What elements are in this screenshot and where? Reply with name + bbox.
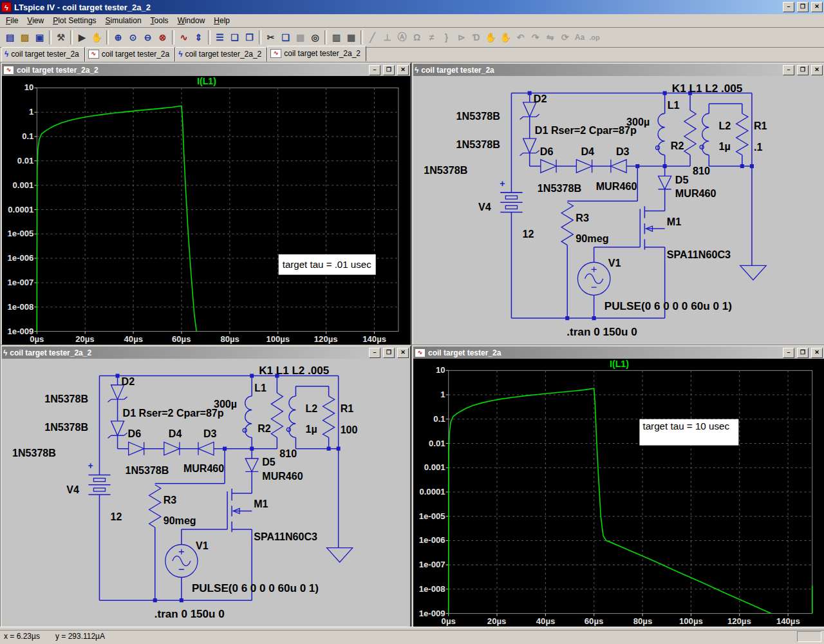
label-battery-model[interactable]: 1N5378B [12, 447, 56, 459]
label-d4[interactable]: D4 [581, 146, 594, 157]
label-v4[interactable]: V4 [478, 201, 491, 213]
label-r3-value[interactable]: 90meg [164, 515, 196, 526]
label-m1-model[interactable]: SPA11N60C3 [254, 531, 317, 542]
cascade-windows-icon[interactable]: ❏ [227, 30, 242, 44]
label-v4-value[interactable]: 12 [111, 511, 122, 522]
waveform-pane[interactable]: I(L1) 10 1 0.1 0.01 0.001 0.0001 1e-005 … [413, 359, 824, 628]
close-button[interactable]: ✕ [811, 2, 823, 12]
label-r3-value[interactable]: 90meg [576, 232, 608, 243]
tile-windows-icon[interactable]: ❐ [242, 30, 257, 44]
window-schematic-tester-2a-2[interactable]: ϟ coil target tester_2a_2 – ❐ ✕ K1 L1 L2… [1, 345, 411, 629]
label-d1-model[interactable]: 1N5378B [44, 421, 88, 433]
child-titlebar[interactable]: ∿ coil target tester_2a_2 – ❐ ✕ [2, 64, 410, 76]
window-plot-tester-2a[interactable]: ∿ coil target tester_2a – ❐ ✕ I(L1) 10 1… [412, 345, 824, 629]
plot-trace-title[interactable]: I(L1) [197, 76, 216, 86]
copy-icon[interactable]: ❑ [278, 30, 293, 44]
schematic-pane[interactable]: K1 L1 L2 .005 D2 1N5378B 300µ D1 Rser=2 … [2, 359, 410, 628]
label-r1-value[interactable]: .1 [754, 141, 762, 153]
schematic-canvas[interactable]: K1 L1 L2 .005 D2 1N5378B 300µ D1 Rser=2 … [2, 359, 410, 628]
label-d6[interactable]: D6 [540, 146, 554, 157]
window-schematic-tester-2a[interactable]: ϟ coil target tester_2a – ❐ ✕ K1 L1 L2 .… [412, 62, 824, 347]
close-button[interactable]: ✕ [397, 65, 409, 75]
minimize-button[interactable]: – [369, 348, 380, 358]
tile-horizontal-icon[interactable]: ☰ [212, 30, 227, 44]
schematic-canvas[interactable]: K1 L1 L2 .005 D2 1N5378B 300µ D1 Rser=2 … [413, 76, 824, 346]
minimize-button[interactable]: – [783, 2, 794, 12]
app-titlebar[interactable]: ϟ LTspice IV - coil target tester_2a_2 –… [0, 0, 824, 14]
autorange-icon[interactable]: ∿ [176, 30, 191, 44]
maximize-button[interactable]: ❐ [383, 348, 395, 358]
label-k1[interactable]: K1 L1 L2 .005 [672, 81, 743, 94]
plot-annotation[interactable]: target tau = 10 usec [639, 419, 738, 446]
tab-waveform-tester-2a-2[interactable]: ∿ coil target tester_2a_2 [267, 46, 366, 62]
child-titlebar[interactable]: ϟ coil target tester_2a_2 – ❐ ✕ [2, 346, 410, 359]
label-l2-value[interactable]: 1µ [718, 140, 730, 152]
label-battery-model[interactable]: 1N5378B [424, 164, 467, 176]
label-v1[interactable]: V1 [196, 540, 209, 551]
label-r3[interactable]: R3 [576, 212, 589, 223]
label-l2-value[interactable]: 1µ [305, 423, 317, 435]
new-schematic-icon[interactable]: ▤ [3, 30, 17, 44]
label-d3[interactable]: D3 [616, 146, 630, 157]
label-d6[interactable]: D6 [128, 428, 142, 439]
print-icon[interactable]: ▦ [344, 30, 359, 44]
child-titlebar[interactable]: ∿ coil target tester_2a – ❐ ✕ [413, 346, 824, 359]
label-m1-model[interactable]: SPA11N60C3 [667, 249, 731, 260]
zoom-in-icon[interactable]: ⊕ [111, 30, 126, 44]
cut-icon[interactable]: ✂ [263, 30, 278, 44]
menu-help[interactable]: Help [209, 15, 234, 26]
menu-view[interactable]: View [23, 15, 48, 26]
label-chain-model-mur460[interactable]: MUR460 [183, 462, 224, 474]
annotation-text[interactable]: target tau = .01 usec [283, 259, 371, 270]
zoom-previous-icon[interactable]: ⊗ [155, 30, 170, 44]
zoom-full-icon[interactable]: ⊙ [126, 30, 140, 44]
label-d2[interactable]: D2 [534, 93, 547, 104]
child-titlebar[interactable]: ϟ coil target tester_2a – ❐ ✕ [413, 64, 824, 76]
label-d2-model[interactable]: 1N5378B [456, 110, 500, 122]
maximize-button[interactable]: ❐ [383, 65, 395, 75]
restore-button[interactable]: ❐ [797, 2, 809, 12]
label-l2[interactable]: L2 [305, 402, 317, 413]
maximize-button[interactable]: ❐ [797, 65, 809, 75]
label-d4[interactable]: D4 [169, 428, 182, 439]
label-l1[interactable]: L1 [254, 382, 267, 393]
label-d2[interactable]: D2 [122, 375, 135, 387]
close-button[interactable]: ✕ [397, 348, 409, 358]
maximize-button[interactable]: ❐ [797, 348, 809, 358]
minimize-button[interactable]: – [783, 348, 794, 358]
label-r1[interactable]: R1 [341, 402, 354, 413]
label-d5[interactable]: D5 [675, 173, 689, 185]
label-tran-directive[interactable]: .tran 0 150u 0 [566, 325, 637, 338]
plot-canvas[interactable]: I(L1) 10 1 0.1 0.01 0.001 0.0001 1e-005 … [2, 76, 410, 346]
annotation-text[interactable]: target tau = 10 usec [642, 421, 729, 431]
schematic-pane[interactable]: K1 L1 L2 .005 D2 1N5378B 300µ D1 Rser=2 … [413, 76, 824, 346]
open-icon[interactable]: ▨ [17, 30, 32, 44]
menu-window[interactable]: Window [173, 15, 210, 26]
label-r2-value[interactable]: 810 [693, 165, 710, 176]
label-r1-value[interactable]: 100 [341, 424, 358, 435]
label-r3[interactable]: R3 [164, 494, 177, 506]
label-tran-directive[interactable]: .tran 0 150u 0 [154, 607, 225, 620]
waveform-pane[interactable]: I(L1) 10 1 0.1 0.01 0.001 0.0001 1e-005 … [2, 76, 410, 346]
window-plot-tester-2a-2[interactable]: ∿ coil target tester_2a_2 – ❐ ✕ I(L1) 10… [1, 62, 411, 347]
menu-file[interactable]: File [1, 15, 23, 26]
label-v1[interactable]: V1 [608, 257, 621, 269]
plot-annotation[interactable]: target tau = .01 usec [279, 254, 376, 275]
save-icon[interactable]: ▣ [32, 30, 47, 44]
menu-plot-settings[interactable]: Plot Settings [48, 15, 100, 26]
zoom-out-icon[interactable]: ⊖ [140, 30, 155, 44]
label-d3[interactable]: D3 [203, 428, 217, 439]
find-icon[interactable]: ◎ [308, 30, 323, 44]
label-d1-model[interactable]: 1N5378B [456, 138, 500, 150]
label-m1[interactable]: M1 [254, 498, 268, 509]
label-v1-value[interactable]: PULSE(0 6 0 0 0 60u 0 1) [604, 299, 732, 312]
plot-canvas[interactable]: I(L1) 10 1 0.1 0.01 0.001 0.0001 1e-005 … [413, 359, 824, 628]
menu-simulation[interactable]: Simulation [101, 15, 146, 26]
label-d5[interactable]: D5 [262, 456, 276, 468]
minimize-button[interactable]: – [783, 65, 794, 75]
label-m1[interactable]: M1 [667, 216, 681, 227]
label-r1[interactable]: R1 [754, 120, 767, 131]
label-chain-model-1n5378b[interactable]: 1N5378B [126, 464, 169, 476]
menu-tools[interactable]: Tools [146, 15, 173, 26]
tab-schematic-tester-2a[interactable]: ϟ coil target tester_2a [1, 47, 85, 62]
